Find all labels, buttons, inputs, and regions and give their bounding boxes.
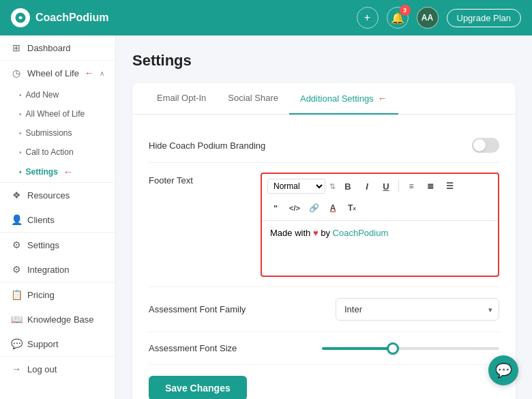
font-family-row: Assessment Font Family Inter Roboto Open… xyxy=(149,287,499,332)
sidebar-sub-item-settings[interactable]: Settings ← xyxy=(0,162,115,182)
knowledge-icon: 📖 xyxy=(11,314,22,325)
footer-text-section: Footer Text Normal Heading 1 Heading 2 ⇅… xyxy=(149,163,499,287)
sidebar-item-support[interactable]: 💬 Support xyxy=(0,331,115,356)
cta-label: Call to Action xyxy=(26,147,74,157)
avatar-button[interactable]: AA xyxy=(417,7,439,29)
tab-social-share[interactable]: Social Share xyxy=(217,83,289,115)
sidebar-item-knowledge[interactable]: 📖 Knowledge Base xyxy=(0,307,115,331)
font-family-select-wrapper: Inter Roboto Open Sans Lato ▾ xyxy=(336,298,499,321)
pricing-label: Pricing xyxy=(27,290,55,300)
chat-icon: 💬 xyxy=(495,362,512,379)
clients-icon: 👤 xyxy=(11,214,22,225)
sidebar-section-resources: ❖ Resources 👤 Clients xyxy=(0,182,115,232)
logo-icon xyxy=(11,8,30,27)
annotation-arrow-tab: ← xyxy=(378,93,387,104)
annotation-arrow-settings: ← xyxy=(63,166,73,177)
slider-fill xyxy=(322,347,393,350)
footer-editor: Normal Heading 1 Heading 2 ⇅ B I U ≡ ≣ ☰ xyxy=(261,173,499,277)
integration-icon: ⚙ xyxy=(11,264,22,275)
annotation-arrow-wheel: ← xyxy=(85,68,94,78)
align-button[interactable]: ☰ xyxy=(441,178,458,194)
settings-card: Email Opt-In Social Share Additional Set… xyxy=(132,83,516,399)
quote-button[interactable]: " xyxy=(267,200,284,216)
save-button[interactable]: Save Changes xyxy=(149,376,247,399)
heart-icon: ♥ xyxy=(313,228,319,238)
sidebar-item-pricing[interactable]: 📋 Pricing xyxy=(0,282,115,307)
editor-content[interactable]: Made with ♥ by CoachPodium xyxy=(262,221,498,276)
chevron-up-icon: ∧ xyxy=(100,70,104,77)
sidebar-sub-item-add-new[interactable]: Add New xyxy=(0,85,115,104)
divider1 xyxy=(398,180,399,192)
font-family-select[interactable]: Inter Roboto Open Sans Lato xyxy=(336,298,499,321)
tab-additional-settings[interactable]: Additional Settings ← xyxy=(289,83,398,115)
content-area: Settings Email Opt-In Social Share Addit… xyxy=(116,35,532,399)
settings-body: Hide Coach Podium Branding Footer Text N… xyxy=(132,115,516,399)
chat-bubble-button[interactable]: 💬 xyxy=(488,355,518,385)
code-button[interactable]: </> xyxy=(286,200,303,216)
hide-branding-label: Hide Coach Podium Branding xyxy=(149,141,265,151)
resources-icon: ❖ xyxy=(11,190,22,201)
wheel-icon: ◷ xyxy=(11,68,22,78)
sidebar-item-settings-main[interactable]: ⚙ Settings xyxy=(0,233,115,257)
logout-label: Log out xyxy=(27,364,57,374)
logout-icon: → xyxy=(11,364,22,374)
footer-text-label: Footer Text xyxy=(149,173,244,186)
settings-icon: ⚙ xyxy=(11,239,22,250)
logo: CoachPodium xyxy=(11,8,109,27)
sidebar-sub-item-cta[interactable]: Call to Action xyxy=(0,143,115,162)
add-new-label: Add New xyxy=(26,90,59,100)
italic-button[interactable]: I xyxy=(359,178,375,194)
font-size-label: Assessment Font Size xyxy=(149,343,237,353)
tabs-bar: Email Opt-In Social Share Additional Set… xyxy=(132,83,516,115)
save-section: Save Changes xyxy=(149,365,499,399)
editor-toolbar: Normal Heading 1 Heading 2 ⇅ B I U ≡ ≣ ☰ xyxy=(262,174,498,221)
sidebar-sub-item-submissions[interactable]: Submissions xyxy=(0,123,115,143)
font-family-label: Assessment Font Family xyxy=(149,304,246,314)
list-ol-button[interactable]: ≣ xyxy=(422,178,439,194)
tab-email-opt-in[interactable]: Email Opt-In xyxy=(146,83,217,115)
sidebar-section-wheel: ◷ Wheel of Life ← ∧ Add New All Wheel of… xyxy=(0,60,115,182)
submissions-label: Submissions xyxy=(26,128,72,138)
add-button[interactable]: + xyxy=(357,7,379,29)
wheel-label: Wheel of Life xyxy=(27,68,79,78)
sidebar: ⊞ Dashboard ◷ Wheel of Life ← ∧ Add New … xyxy=(0,35,116,399)
sidebar-item-integration[interactable]: ⚙ Integration xyxy=(0,257,115,282)
clients-label: Clients xyxy=(27,215,55,225)
underline-button[interactable]: U xyxy=(378,178,394,194)
slider-track xyxy=(322,347,499,350)
sidebar-item-wheel-of-life[interactable]: ◷ Wheel of Life ← ∧ xyxy=(0,61,115,85)
header: CoachPodium + 🔔 3 AA Upgrade Plan xyxy=(0,0,532,35)
sidebar-label-dashboard: Dashboard xyxy=(27,43,71,53)
logo-text: CoachPodium xyxy=(35,12,109,24)
clear-format-button[interactable]: Tx xyxy=(344,200,360,216)
sidebar-section-pricing: 📋 Pricing 📖 Knowledge Base 💬 Support xyxy=(0,282,115,356)
font-color-button[interactable]: A xyxy=(325,200,341,216)
integration-label: Integration xyxy=(27,265,69,275)
sidebar-section-logout: → Log out xyxy=(0,356,115,381)
settings-sub-label: Settings xyxy=(26,167,58,177)
sidebar-section-settings: ⚙ Settings ⚙ Integration xyxy=(0,232,115,282)
style-select[interactable]: Normal Heading 1 Heading 2 xyxy=(267,179,325,194)
hide-branding-toggle[interactable] xyxy=(472,138,499,153)
sidebar-item-dashboard[interactable]: ⊞ Dashboard xyxy=(0,35,115,60)
link-button[interactable]: 🔗 xyxy=(306,200,322,216)
upgrade-button[interactable]: Upgrade Plan xyxy=(447,9,522,27)
notifications-button[interactable]: 🔔 3 xyxy=(387,7,409,29)
list-ul-button[interactable]: ≡ xyxy=(403,178,419,194)
page-title: Settings xyxy=(132,52,516,70)
font-size-slider[interactable] xyxy=(322,347,499,350)
editor-link-coachpodium[interactable]: CoachPodium xyxy=(333,228,389,238)
editor-text-by: by xyxy=(321,228,332,238)
notification-badge: 3 xyxy=(400,5,411,16)
pricing-icon: 📋 xyxy=(11,289,22,300)
sidebar-item-clients[interactable]: 👤 Clients xyxy=(0,207,115,232)
sidebar-sub-item-all-wheel[interactable]: All Wheel of Life xyxy=(0,104,115,123)
sidebar-item-logout[interactable]: → Log out xyxy=(0,357,115,381)
slider-thumb[interactable] xyxy=(387,342,399,355)
editor-text-made-with: Made with xyxy=(270,228,313,238)
header-right: + 🔔 3 AA Upgrade Plan xyxy=(357,7,522,29)
resources-label: Resources xyxy=(27,190,70,201)
bold-button[interactable]: B xyxy=(340,178,356,194)
all-wheel-label: All Wheel of Life xyxy=(26,109,85,119)
sidebar-item-resources[interactable]: ❖ Resources xyxy=(0,183,115,207)
